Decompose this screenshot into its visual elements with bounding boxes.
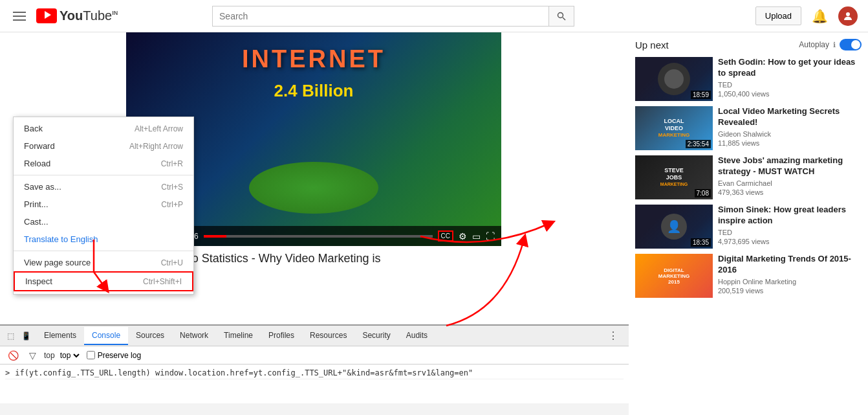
video-thumb-3: STEVEJOBSMARKETING 7:08 [635, 155, 713, 199]
autoplay-label: Autoplay [799, 40, 829, 49]
video-views-5: 200,519 views [718, 287, 862, 295]
svg-marker-0 [45, 11, 51, 19]
toggle-thumb [851, 40, 860, 49]
autoplay-info-icon[interactable]: ℹ [833, 41, 836, 49]
notifications-bell-icon[interactable]: 🔔 [812, 8, 828, 24]
video-thumb-4: 👤 18:35 [635, 205, 713, 249]
console-prompt: > [5, 368, 10, 377]
context-menu-translate[interactable]: Translate to English [14, 230, 193, 248]
main-content: INTERNET 2.4 Billion ▶ 🔊 0:19 / 3:16 [0, 32, 868, 415]
console-line: > if(yt.config_.TTS_URL.length) window.l… [5, 367, 624, 379]
devtools-clear-icon[interactable]: 🚫 [5, 349, 21, 362]
video-duration-3: 7:08 [695, 189, 711, 197]
tab-resources[interactable]: Resources [302, 327, 354, 345]
context-menu-forward[interactable]: Forward Alt+Right Arrow [14, 137, 193, 155]
video-channel-1: TED [718, 81, 862, 89]
video-views-4: 4,973,695 views [718, 238, 862, 245]
devtools-mobile-icon[interactable]: 📱 [21, 331, 31, 341]
up-next-title: Up next [635, 39, 669, 50]
video-card-info-3: Steve Jobs' amazing marketing strategy -… [718, 155, 862, 199]
search-button[interactable] [548, 6, 574, 27]
devtools-more-icon[interactable]: ⋮ [603, 330, 624, 342]
video-card-info-4: Simon Sinek: How great leaders inspire a… [718, 205, 862, 249]
sidebar: Up next Autoplay ℹ 18:5 [629, 32, 868, 415]
devtools-cursor-icon[interactable]: ⬚ [5, 331, 16, 341]
context-menu-inspect[interactable]: Inspect Ctrl+Shift+I [14, 271, 193, 291]
upload-button[interactable]: Upload [755, 6, 801, 25]
tab-elements[interactable]: Elements [36, 327, 84, 345]
video-channel-3: Evan Carmichael [718, 179, 862, 187]
preserve-log-label: Preserve log [98, 351, 141, 360]
video-title: Internet Video Statistics - Why Video Ma… [126, 251, 618, 282]
context-menu-view-source[interactable]: View page source Ctrl+U [14, 254, 193, 271]
context-menu-save[interactable]: Save as... Ctrl+S [14, 178, 193, 196]
header-right: Upload 🔔 [755, 6, 858, 26]
autoplay-toggle[interactable] [840, 39, 862, 50]
video-channel-5: Hoppin Online Marketing [718, 278, 862, 286]
context-menu-print[interactable]: Print... Ctrl+P [14, 196, 193, 213]
logo-tube: Tube [83, 8, 112, 23]
autoplay-control: Autoplay ℹ [799, 39, 862, 50]
video-card-info-2: Local Video Marketing Secrets Revealed! … [718, 106, 862, 150]
tab-timeline[interactable]: Timeline [216, 327, 261, 345]
video-channel-4: TED [718, 229, 862, 236]
avatar[interactable] [838, 6, 858, 26]
up-next-header: Up next Autoplay ℹ [635, 39, 862, 50]
video-thumb-1: 18:59 [635, 57, 713, 101]
video-card-info-5: Digital Marketing Trends Of 2015-2016 Ho… [718, 254, 862, 298]
fullscreen-button[interactable]: ⛶ [486, 231, 495, 241]
video-title-5: Digital Marketing Trends Of 2015-2016 [718, 254, 862, 276]
video-channel-2: Gideon Shalwick [718, 130, 862, 138]
progress-bar[interactable] [204, 235, 433, 238]
tab-sources[interactable]: Sources [128, 327, 172, 345]
preserve-log-control: Preserve log [87, 351, 141, 360]
video-thumb-5: DIGITALMARKETING2015 [635, 254, 713, 298]
svg-point-3 [846, 12, 850, 16]
video-title-2: Local Video Marketing Secrets Revealed! [718, 106, 862, 128]
top-selector: top top [44, 350, 81, 361]
video-card-2[interactable]: LOCALVIDEOMARKETING 2:35:54 Local Video … [635, 106, 862, 150]
search-input[interactable] [212, 6, 548, 27]
video-billion-text: 2.4 Billion [274, 81, 354, 100]
video-duration-1: 18:59 [691, 91, 711, 99]
video-title-1: Seth Godin: How to get your ideas to spr… [718, 57, 862, 79]
svg-point-1 [558, 12, 563, 17]
logo-you: You [60, 8, 83, 23]
devtools-filter-icon[interactable]: ▽ [27, 349, 39, 362]
video-duration-2: 2:35:54 [686, 140, 711, 148]
logo-in: IN [112, 10, 118, 16]
video-card-5[interactable]: DIGITALMARKETING2015 Digital Marketing T… [635, 254, 862, 298]
svg-line-2 [563, 17, 565, 20]
context-menu-reload[interactable]: Reload Ctrl+R [14, 155, 193, 172]
theater-button[interactable]: ▭ [472, 231, 481, 241]
video-card-1[interactable]: 18:59 Seth Godin: How to get your ideas … [635, 57, 862, 101]
video-views-1: 1,050,400 views [718, 90, 862, 98]
devtools-tabs: ⬚ 📱 Elements Console Sources Network Tim… [0, 326, 629, 346]
settings-button[interactable]: ⚙ [459, 231, 467, 241]
context-dropdown[interactable]: top [58, 350, 81, 361]
header: YouTubeIN Upload 🔔 [0, 0, 868, 32]
top-label: top [44, 351, 55, 360]
devtools-panel: ⬚ 📱 Elements Console Sources Network Tim… [0, 324, 629, 415]
context-menu-sep2 [14, 251, 193, 251]
cc-button[interactable]: CC [438, 230, 453, 241]
hamburger-menu[interactable] [10, 9, 28, 23]
tab-profiles[interactable]: Profiles [261, 327, 302, 345]
video-card-3[interactable]: STEVEJOBSMARKETING 7:08 Steve Jobs' amaz… [635, 155, 862, 199]
tab-console[interactable]: Console [84, 327, 128, 345]
video-card-4[interactable]: 👤 18:35 Simon Sinek: How great leaders i… [635, 205, 862, 249]
console-code[interactable]: if(yt.config_.TTS_URL.length) window.loc… [15, 368, 473, 377]
context-menu-cast[interactable]: Cast... [14, 213, 193, 230]
context-menu-back[interactable]: Back Alt+Left Arrow [14, 120, 193, 137]
search-bar [212, 6, 574, 27]
context-menu-sep1 [14, 175, 193, 175]
youtube-logo[interactable]: YouTubeIN [36, 8, 118, 23]
video-views-3: 479,363 views [718, 188, 862, 196]
video-card-info-1: Seth Godin: How to get your ideas to spr… [718, 57, 862, 101]
context-menu: Back Alt+Left Arrow Forward Alt+Right Ar… [13, 117, 194, 295]
preserve-log-checkbox[interactable] [87, 351, 95, 359]
progress-fill [204, 235, 226, 238]
tab-network[interactable]: Network [172, 327, 216, 345]
tab-security[interactable]: Security [354, 327, 398, 345]
tab-audits[interactable]: Audits [398, 327, 435, 345]
